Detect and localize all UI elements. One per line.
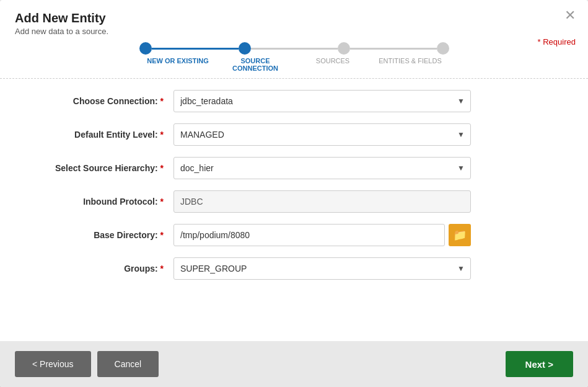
form-row-base-directory: Base Directory: * 📁 [37, 224, 551, 246]
req-connection: * [160, 96, 164, 106]
required-asterisk: * [538, 37, 543, 47]
connection-select-wrapper: jdbc_teradata ▼ [173, 90, 471, 112]
step-circle-4 [437, 42, 449, 55]
footer-left-buttons: < Previous Cancel [15, 351, 159, 377]
req-groups: * [160, 264, 164, 274]
label-source-hierarchy: Select Source Hierarchy: * [37, 163, 173, 173]
modal-subtitle: Add new data to a source. [15, 27, 573, 36]
close-button[interactable]: ✕ [564, 9, 576, 22]
groups-select[interactable]: SUPER_GROUP [173, 257, 471, 280]
label-base-directory: Base Directory: * [37, 230, 173, 240]
folder-icon: 📁 [453, 228, 467, 242]
inbound-protocol-input [173, 190, 471, 213]
form-row-connection: Choose Connection: * jdbc_teradata ▼ [37, 90, 551, 112]
entity-level-select[interactable]: MANAGED [173, 123, 471, 146]
step-label-4: ENTITIES & FIELDS [379, 57, 441, 72]
source-hierarchy-select-wrapper: doc_hier ▼ [173, 157, 471, 179]
step-label-3: SOURCES [316, 57, 349, 72]
step-line-3 [350, 48, 437, 50]
folder-browse-button[interactable]: 📁 [449, 224, 471, 246]
step-circle-1 [139, 42, 152, 55]
base-dir-wrapper: 📁 [173, 224, 471, 246]
base-directory-input[interactable] [173, 224, 445, 246]
step-label-1: NEW OR EXISTING [147, 57, 209, 72]
entity-level-select-wrapper: MANAGED ▼ [173, 123, 471, 146]
step-line-2 [251, 48, 338, 50]
label-connection: Choose Connection: * [37, 96, 173, 106]
connection-select[interactable]: jdbc_teradata [173, 90, 471, 112]
req-entity-level: * [160, 130, 164, 140]
form-area: Choose Connection: * jdbc_teradata ▼ Def… [0, 79, 588, 341]
step-label-wrap-2: SOURCECONNECTION [217, 57, 294, 72]
req-inbound-protocol: * [160, 197, 164, 207]
next-button[interactable]: Next > [506, 351, 573, 377]
required-label: * Required [538, 37, 576, 47]
req-base-directory: * [160, 230, 164, 240]
step-label-wrap-1: NEW OR EXISTING [139, 57, 217, 72]
cancel-button[interactable]: Cancel [97, 351, 159, 377]
previous-button[interactable]: < Previous [15, 351, 91, 377]
modal-footer: < Previous Cancel Next > [0, 341, 588, 387]
step-label-wrap-3: SOURCES [294, 57, 372, 72]
step-label-wrap-4: ENTITIES & FIELDS [372, 57, 449, 72]
step-circle-2 [239, 42, 251, 55]
form-row-entity-level: Default Entity Level: * MANAGED ▼ [37, 123, 551, 146]
modal-header: Add New Entity Add new data to a source.… [0, 0, 588, 72]
stepper-track [139, 42, 449, 55]
label-inbound-protocol: Inbound Protocol: * [37, 197, 173, 207]
source-hierarchy-select[interactable]: doc_hier [173, 157, 471, 179]
form-row-inbound-protocol: Inbound Protocol: * [37, 190, 551, 213]
form-row-groups: Groups: * SUPER_GROUP ▼ [37, 257, 551, 280]
step-circle-3 [338, 42, 350, 55]
step-line-1 [152, 48, 239, 50]
label-groups: Groups: * [37, 264, 173, 274]
add-new-entity-modal: Add New Entity Add new data to a source.… [0, 0, 588, 387]
step-label-2: SOURCECONNECTION [232, 57, 278, 72]
req-source-hierarchy: * [160, 163, 164, 173]
stepper-labels: NEW OR EXISTING SOURCECONNECTION SOURCES… [139, 57, 449, 72]
groups-select-wrapper: SUPER_GROUP ▼ [173, 257, 471, 280]
form-row-source-hierarchy: Select Source Hierarchy: * doc_hier ▼ [37, 157, 551, 179]
label-entity-level: Default Entity Level: * [37, 130, 173, 140]
modal-title: Add New Entity [15, 11, 573, 25]
stepper: NEW OR EXISTING SOURCECONNECTION SOURCES… [15, 36, 573, 72]
